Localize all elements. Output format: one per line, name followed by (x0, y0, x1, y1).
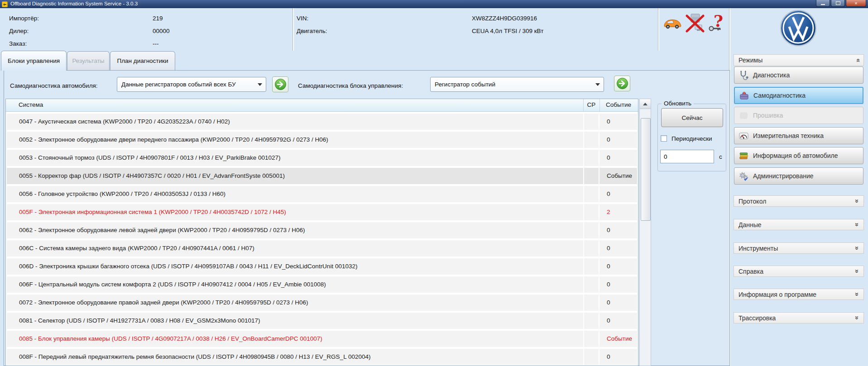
column-separator (599, 99, 600, 111)
mode-label: Диагностика (753, 71, 790, 79)
table-row[interactable]: 0052 - Электронное оборудование двери пе… (7, 132, 637, 148)
ecu-selfdiag-select[interactable]: Регистратор событий (430, 77, 604, 92)
section-label: Инструменты (739, 245, 778, 252)
event-cell: 0 (600, 258, 638, 275)
close-button[interactable]: × (846, 0, 866, 7)
section-label: Справка (739, 268, 763, 275)
sidebar-section[interactable]: Информация о программе» (734, 289, 864, 300)
section-label: Протокол (739, 198, 766, 205)
event-cell: 0 (600, 349, 638, 365)
table-row[interactable]: 005F - Электронная информационная систем… (7, 204, 637, 220)
sidebar-section[interactable]: Трассировка» (734, 312, 864, 323)
system-cell: 006F - Центральный модуль систем комфорт… (7, 276, 582, 293)
mode-label: Прошивка (753, 112, 783, 119)
scroll-up-button[interactable] (640, 99, 651, 109)
event-cell: 0 (600, 114, 638, 130)
event-cell: 0 (600, 295, 638, 311)
vehicle-icon (663, 16, 682, 32)
table-row[interactable]: 006C - Система камеры заднего вида (KWP2… (7, 240, 637, 257)
modes-header[interactable]: Режимы » (734, 54, 864, 66)
cp-cell (583, 295, 599, 311)
stethoscope-icon (738, 70, 749, 81)
window-controls: × (816, 0, 866, 7)
event-cell: 0 (600, 222, 638, 238)
table-row[interactable]: 0056 - Головное устройство (KWP2000 / TP… (7, 186, 637, 202)
mode-button[interactable]: Самодиагностика (734, 87, 863, 104)
modes-title: Режимы (739, 57, 762, 64)
vin-value: XW8ZZZ4H9DG039916 (472, 15, 537, 22)
table-row[interactable]: 0072 - Электронное оборудование правой з… (7, 295, 637, 311)
table-row[interactable]: 0055 - Корректор фар (UDS / ISOTP / 4H49… (7, 168, 637, 184)
event-cell: 0 (600, 150, 638, 166)
column-separator (583, 99, 584, 111)
chevron-double-down-icon: » (853, 292, 861, 296)
table-row[interactable]: 006D - Электроника крышки багажного отсе… (7, 258, 637, 275)
column-event[interactable]: Событие (606, 101, 631, 108)
mode-button[interactable]: Диагностика (734, 67, 863, 84)
toolbox-icon (739, 90, 749, 101)
gauge-icon (738, 130, 749, 141)
periodic-label: Периодически (671, 135, 712, 142)
cp-cell (583, 276, 599, 293)
system-cell: 005F - Электронная информационная систем… (7, 204, 582, 220)
system-cell: 0072 - Электронное оборудование правой з… (7, 295, 582, 311)
table-row[interactable]: 0053 - Стояночный тормоз (UDS / ISOTP / … (7, 150, 637, 166)
table-row[interactable]: 008F - Передний левый преднатяжитель рем… (7, 349, 637, 365)
table-row[interactable]: 0047 - Акустическая система (KWP2000 / T… (7, 114, 637, 130)
tab-diagnostic-plan[interactable]: План диагностики (110, 51, 175, 70)
run-ecu-selfdiag-button[interactable] (614, 76, 630, 91)
system-cell: 0062 - Электронное оборудование левой за… (7, 222, 582, 238)
mode-button[interactable]: Информация об автомобиле (734, 147, 863, 164)
refresh-now-button[interactable]: Сейчас (661, 108, 723, 127)
mode-button: Прошивка (734, 107, 863, 124)
sidebar-section[interactable]: Данные» (734, 219, 864, 230)
cp-cell (583, 204, 599, 220)
systems-table: Система СР Событие 0047 - Акустическая с… (5, 99, 638, 366)
chevron-double-down-icon: » (853, 246, 861, 250)
cp-cell (583, 313, 599, 329)
gears-icon (738, 171, 749, 181)
interval-input[interactable] (660, 150, 714, 163)
chevron-double-down-icon: » (853, 316, 861, 319)
event-cell: 0 (600, 132, 638, 148)
table-row[interactable]: 0081 - Селектор (UDS / ISOTP / 4H1927731… (7, 313, 637, 329)
section-label: Информация о программе (739, 291, 816, 298)
help-unavailable-icon: ? (707, 13, 727, 34)
section-label: Трассировка (739, 314, 776, 322)
sidebar-section[interactable]: Протокол» (734, 195, 864, 207)
table-row[interactable]: 006F - Центральный модуль систем комфорт… (7, 276, 637, 293)
vehicle-selfdiag-select[interactable]: Данные регистраторов событий всех БУ (117, 77, 266, 92)
maximize-button[interactable] (831, 0, 845, 7)
mode-button[interactable]: Администрирование (734, 167, 863, 185)
sidebar-section[interactable]: Инструменты» (734, 242, 864, 254)
column-system[interactable]: Система (19, 101, 43, 108)
sidebar-section[interactable]: Справка» (734, 266, 864, 277)
interval-unit: с (719, 153, 722, 160)
event-cell: 0 (600, 186, 638, 202)
titlebar[interactable]: Offboard Diagnostic Information System S… (0, 0, 868, 8)
header-divider-2 (658, 8, 659, 51)
connection-offline-icon (685, 13, 705, 35)
minimize-button[interactable] (816, 0, 830, 7)
table-scrollbar[interactable] (639, 99, 651, 366)
cp-cell (583, 222, 599, 238)
tab-control-units[interactable]: Блоки управления (1, 51, 67, 71)
table-row[interactable]: 0085 - Блок управления камеры (UDS / ISO… (7, 331, 637, 347)
scroll-thumb[interactable] (641, 118, 651, 221)
event-cell: 0 (600, 276, 638, 293)
run-vehicle-selfdiag-button[interactable] (272, 76, 288, 92)
column-cp[interactable]: СР (583, 101, 599, 108)
mode-button[interactable]: Измерительная техника (734, 127, 863, 144)
importer-value: 219 (153, 15, 163, 22)
order-label: Заказ: (9, 40, 27, 47)
periodic-checkbox[interactable] (661, 135, 667, 142)
ecu-selfdiag-label: Самодиагностика блока управления: (298, 82, 403, 89)
engine-label: Двигатель: (297, 28, 327, 34)
table-row[interactable]: 0062 - Электронное оборудование левой за… (7, 222, 637, 238)
cp-cell (583, 240, 599, 257)
mode-label: Измерительная техника (753, 132, 824, 139)
cp-cell (583, 132, 599, 148)
app-icon (2, 1, 8, 7)
vehicle-selfdiag-value: Данные регистраторов событий всех БУ (121, 81, 236, 88)
table-header: Система СР Событие (6, 99, 638, 112)
